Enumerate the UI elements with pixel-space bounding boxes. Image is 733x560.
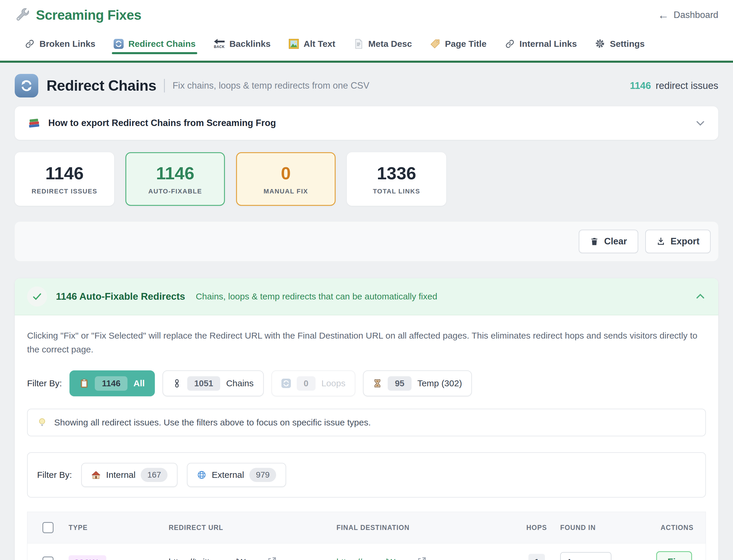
tab-settings[interactable]: Settings xyxy=(588,30,652,61)
chain-link-icon xyxy=(25,39,35,49)
export-label: Export xyxy=(671,236,699,247)
chip-label: Chains xyxy=(226,378,254,388)
column-header-hops: HOPS xyxy=(513,524,560,532)
house-icon xyxy=(91,470,101,480)
chip-label: Internal xyxy=(106,470,135,480)
app-header: Screaming Fixes ← Dashboard xyxy=(0,0,733,30)
chip-label: Loops xyxy=(322,378,346,388)
filter-chip-external[interactable]: External 979 xyxy=(187,463,286,487)
select-all-checkbox[interactable] xyxy=(42,522,54,533)
export-button[interactable]: Export xyxy=(645,230,711,253)
row-checkbox[interactable] xyxy=(42,556,54,560)
tip-text: Showing all redirect issues. Use the fil… xyxy=(54,417,371,428)
final-destination-url: https://x.com/Wawa xyxy=(337,556,411,560)
tab-alt-text[interactable]: Alt Text xyxy=(281,30,343,61)
stat-value: 1336 xyxy=(377,163,416,183)
main-tabbar: Broken Links Redirect Chains BACK Backli… xyxy=(0,30,733,63)
filter-chip-internal[interactable]: Internal 167 xyxy=(81,463,178,487)
tab-label: Broken Links xyxy=(39,39,95,49)
type-filter-row: Filter By: 1146 All 1051 Chains 0 xyxy=(27,370,706,396)
tab-internal-links[interactable]: Internal Links xyxy=(497,30,585,61)
globe-icon xyxy=(197,470,206,480)
stat-manual-fix: 0 MANUAL FIX xyxy=(236,152,336,206)
autofix-section: 1146 Auto-Fixable Redirects Chains, loop… xyxy=(15,278,718,560)
tab-label: Internal Links xyxy=(519,39,577,49)
filter-chip-temp[interactable]: 95 Temp (302) xyxy=(363,370,472,396)
issue-counter: 1146 redirect issues xyxy=(630,80,718,91)
framed-picture-icon xyxy=(289,39,299,49)
trash-icon xyxy=(590,237,599,246)
found-in-value: 1 page xyxy=(567,557,593,560)
chip-count: 95 xyxy=(388,376,411,391)
chip-label: Temp (302) xyxy=(417,378,462,388)
stat-value: 0 xyxy=(281,163,291,183)
redirect-arrows-icon xyxy=(114,39,124,49)
column-header-actions: ACTIONS xyxy=(648,524,706,532)
divider xyxy=(164,79,165,92)
page-subtitle: Fix chains, loops & temp redirects from … xyxy=(173,80,369,91)
hourglass-icon xyxy=(373,379,382,388)
redirect-url: https://twitter.com/Wawa xyxy=(169,556,261,560)
stat-redirect-issues: 1146 REDIRECT ISSUES xyxy=(15,152,114,206)
autofix-banner[interactable]: 1146 Auto-Fixable Redirects Chains, loop… xyxy=(15,278,718,315)
redirect-arrows-icon xyxy=(15,74,38,97)
tab-redirect-chains[interactable]: Redirect Chains xyxy=(106,30,203,61)
chip-count: 167 xyxy=(141,468,168,482)
help-accordion[interactable]: How to export Redirect Chains from Screa… xyxy=(15,106,718,140)
tab-backlinks[interactable]: BACK Backlinks xyxy=(206,30,278,61)
chevron-up-icon[interactable] xyxy=(695,291,706,302)
filter-label: Filter By: xyxy=(37,470,72,480)
tab-broken-links[interactable]: Broken Links xyxy=(17,30,103,61)
filter-chip-loops[interactable]: 0 Loops xyxy=(272,370,356,396)
page-icon xyxy=(354,39,364,49)
chain-link-icon xyxy=(505,39,515,49)
chip-count: 0 xyxy=(297,376,316,391)
toolbar: Clear Export xyxy=(15,222,718,261)
dashboard-back-link[interactable]: ← Dashboard xyxy=(658,9,718,21)
stat-label: AUTO-FIXABLE xyxy=(148,188,202,195)
scope-filter-box: Filter By: Internal 167 External 979 xyxy=(27,452,706,498)
table-row: SOCIAL https://twitter.com/Wawa https://… xyxy=(27,543,706,560)
chains-icon xyxy=(173,379,181,388)
tab-label: Meta Desc xyxy=(368,39,412,49)
found-in-select[interactable]: 1 page xyxy=(560,552,611,560)
stat-total-links: 1336 TOTAL LINKS xyxy=(347,152,446,206)
books-icon xyxy=(27,116,41,130)
tip-box: Showing all redirect issues. Use the fil… xyxy=(27,409,706,436)
stat-value: 1146 xyxy=(45,163,84,183)
fix-button[interactable]: Fix xyxy=(656,551,692,560)
tab-label: Page Title xyxy=(445,39,486,49)
download-icon xyxy=(656,237,665,246)
autofix-title: 1146 Auto-Fixable Redirects xyxy=(56,291,185,302)
clipboard-icon xyxy=(80,379,89,388)
external-link-icon[interactable] xyxy=(416,556,426,560)
column-header-redirect-url: REDIRECT URL xyxy=(169,524,337,532)
tab-label: Settings xyxy=(610,39,645,49)
label-tag-icon xyxy=(430,39,440,49)
app-brand: Screaming Fixes xyxy=(15,7,141,23)
tab-label: Redirect Chains xyxy=(128,39,196,49)
help-title: How to export Redirect Chains from Screa… xyxy=(48,118,276,128)
tab-page-title[interactable]: Page Title xyxy=(422,30,494,61)
issue-count-label: redirect issues xyxy=(656,80,718,91)
page-title: Redirect Chains xyxy=(47,77,156,94)
external-link-icon[interactable] xyxy=(267,556,277,560)
table-header: TYPE REDIRECT URL FINAL DESTINATION HOPS… xyxy=(27,512,706,543)
back-arrow-icon: BACK xyxy=(214,39,225,49)
autofix-description: Clicking "Fix" or "Fix Selected" will re… xyxy=(27,329,701,356)
filter-chip-all[interactable]: 1146 All xyxy=(70,370,155,396)
autofix-subtitle: Chains, loops & temp redirects that can … xyxy=(196,291,437,301)
tab-label: Alt Text xyxy=(304,39,335,49)
gear-icon xyxy=(595,39,605,49)
chip-label: All xyxy=(133,378,145,388)
filter-chip-chains[interactable]: 1051 Chains xyxy=(163,370,264,396)
clear-button[interactable]: Clear xyxy=(579,230,638,253)
chip-count: 1146 xyxy=(95,376,128,391)
chevron-down-icon[interactable] xyxy=(695,117,706,129)
column-header-final-destination: FINAL DESTINATION xyxy=(337,524,513,532)
check-icon xyxy=(27,286,47,306)
back-arrow-icon: ← xyxy=(658,9,669,21)
chip-label: External xyxy=(212,470,244,480)
stat-cards: 1146 REDIRECT ISSUES 1146 AUTO-FIXABLE 0… xyxy=(15,152,718,206)
tab-meta-desc[interactable]: Meta Desc xyxy=(346,30,419,61)
